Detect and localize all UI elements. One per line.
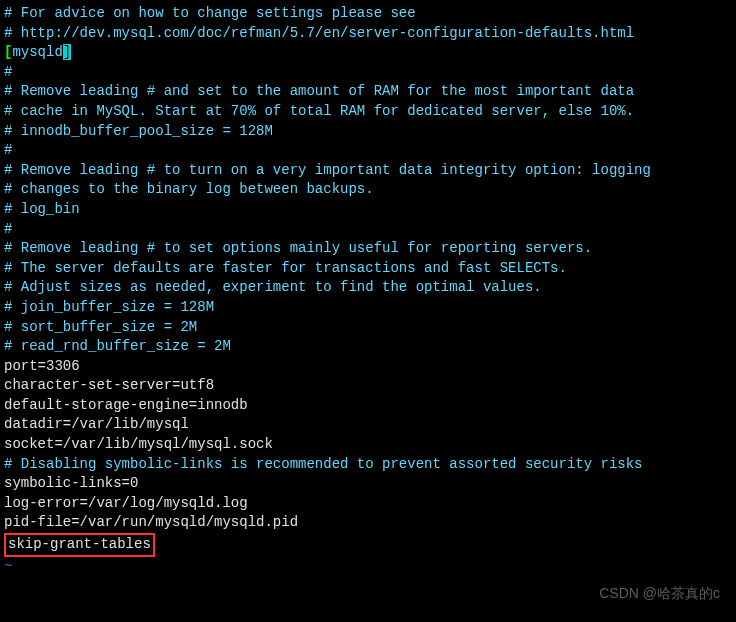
comment-line: # xyxy=(4,220,732,240)
config-line: log-error=/var/log/mysqld.log xyxy=(4,494,732,514)
highlight-annotation: skip-grant-tables xyxy=(4,533,155,557)
comment-line: # Remove leading # to set options mainly… xyxy=(4,239,732,259)
comment-line: # xyxy=(4,63,732,83)
config-line: socket=/var/lib/mysql/mysql.sock xyxy=(4,435,732,455)
section-name: mysqld xyxy=(12,44,62,60)
comment-line: # Remove leading # to turn on a very imp… xyxy=(4,161,732,181)
config-line: character-set-server=utf8 xyxy=(4,376,732,396)
config-line: pid-file=/var/run/mysqld/mysqld.pid xyxy=(4,513,732,533)
comment-line: # xyxy=(4,141,732,161)
comment-line: # join_buffer_size = 128M xyxy=(4,298,732,318)
comment-line: # For advice on how to change settings p… xyxy=(4,4,732,24)
editor-content[interactable]: # For advice on how to change settings p… xyxy=(4,4,732,576)
comment-line: # log_bin xyxy=(4,200,732,220)
comment-line: # cache in MySQL. Start at 70% of total … xyxy=(4,102,732,122)
bracket-close: ] xyxy=(63,44,71,60)
section-header: [mysqld] xyxy=(4,43,732,63)
empty-line-marker: ~ xyxy=(4,557,732,577)
config-line: symbolic-links=0 xyxy=(4,474,732,494)
comment-line: # changes to the binary log between back… xyxy=(4,180,732,200)
comment-line: # The server defaults are faster for tra… xyxy=(4,259,732,279)
comment-line: # Remove leading # and set to the amount… xyxy=(4,82,732,102)
watermark: CSDN @哈茶真的c xyxy=(599,584,720,604)
config-line: datadir=/var/lib/mysql xyxy=(4,415,732,435)
config-line: port=3306 xyxy=(4,357,732,377)
comment-line: # read_rnd_buffer_size = 2M xyxy=(4,337,732,357)
comment-line: # Disabling symbolic-links is recommende… xyxy=(4,455,732,475)
comment-line: # sort_buffer_size = 2M xyxy=(4,318,732,338)
highlighted-config-line: skip-grant-tables xyxy=(4,533,732,557)
comment-line: # innodb_buffer_pool_size = 128M xyxy=(4,122,732,142)
comment-line: # Adjust sizes as needed, experiment to … xyxy=(4,278,732,298)
config-line: default-storage-engine=innodb xyxy=(4,396,732,416)
comment-line: # http://dev.mysql.com/doc/refman/5.7/en… xyxy=(4,24,732,44)
